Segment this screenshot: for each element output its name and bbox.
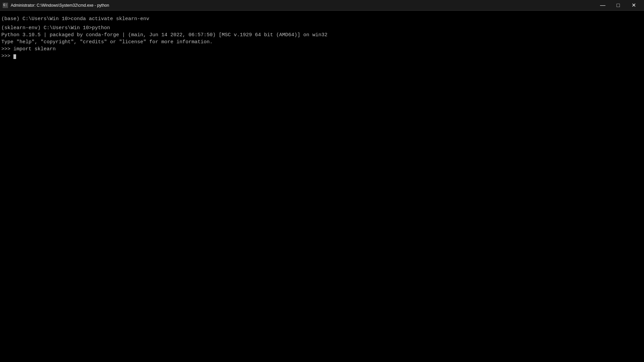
terminal-body[interactable]: (base) C:\Users\Win 10>conda activate sk… bbox=[0, 11, 644, 362]
close-button[interactable]: ✕ bbox=[626, 0, 641, 11]
maximize-button[interactable]: □ bbox=[610, 0, 626, 11]
terminal-line-2: (sklearn-env) C:\Users\Win 10>python bbox=[1, 24, 643, 32]
title-bar-left: C: Administrator: C:\Windows\System32\cm… bbox=[3, 3, 109, 8]
terminal-line-6: >>> bbox=[1, 53, 643, 60]
terminal-line-3: Python 3.10.5 | packaged by conda-forge … bbox=[1, 32, 643, 39]
cmd-icon: C: bbox=[3, 3, 8, 8]
minimize-button[interactable]: — bbox=[595, 0, 610, 11]
terminal-line-5: >>> import sklearn bbox=[1, 46, 643, 53]
title-bar-controls: — □ ✕ bbox=[595, 0, 641, 11]
cmd-icon-label: C: bbox=[3, 3, 7, 7]
title-bar-title: Administrator: C:\Windows\System32\cmd.e… bbox=[11, 3, 109, 8]
terminal-line-4: Type "help", "copyright", "credits" or "… bbox=[1, 39, 643, 46]
terminal-line-1: (base) C:\Users\Win 10>conda activate sk… bbox=[1, 15, 643, 22]
terminal-cursor bbox=[13, 54, 16, 59]
title-bar: C: Administrator: C:\Windows\System32\cm… bbox=[0, 0, 644, 11]
